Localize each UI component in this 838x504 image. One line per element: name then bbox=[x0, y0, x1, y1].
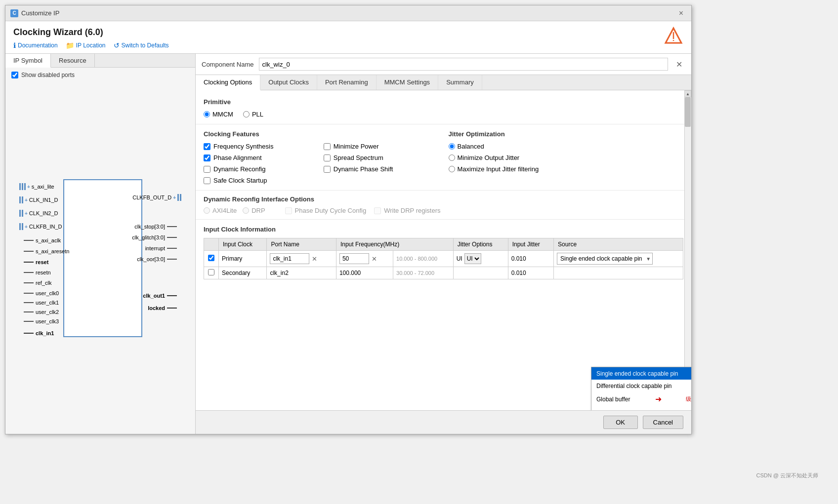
header-area: Clocking Wizard (6.0) ℹ Documentation 📁 … bbox=[5, 21, 691, 54]
tab-summary[interactable]: Summary bbox=[438, 75, 482, 90]
switch-defaults-label: Switch to Defaults bbox=[122, 42, 169, 49]
dropdown-single-ended[interactable]: Single ended clock capable pin 单端 bbox=[591, 367, 691, 380]
dynamic-phase-shift-check[interactable] bbox=[324, 166, 331, 173]
component-name-input[interactable] bbox=[259, 58, 669, 71]
spread-spectrum-check[interactable] bbox=[324, 155, 331, 161]
switch-defaults-link[interactable]: ↺ Switch to Defaults bbox=[114, 41, 169, 49]
col-input-jitter: Input Jitter bbox=[508, 238, 553, 251]
tab-output-clocks[interactable]: Output Clocks bbox=[260, 75, 317, 90]
jitter-balanced-radio[interactable] bbox=[449, 143, 455, 150]
dropdown-global-buffer[interactable]: Global buffer ➜ 级联的时候考虑 bbox=[591, 392, 691, 406]
minimize-power-check[interactable] bbox=[324, 143, 331, 150]
show-disabled-row: Show disabled ports bbox=[5, 68, 195, 82]
freq-synthesis-check[interactable] bbox=[204, 143, 210, 150]
primitive-pll[interactable]: PLL bbox=[243, 111, 263, 118]
secondary-checkbox[interactable] bbox=[208, 269, 214, 275]
feature-phase-alignment: Phase Alignment bbox=[204, 154, 319, 161]
secondary-source-cell bbox=[554, 267, 683, 279]
secondary-range: 30.000 - 72.000 bbox=[393, 267, 454, 279]
port-clk-in1-d: CLK_IN1_D bbox=[29, 197, 58, 203]
primary-port-name: ✕ bbox=[267, 251, 336, 267]
primitive-pll-radio[interactable] bbox=[243, 111, 250, 117]
primary-port-name-clear[interactable]: ✕ bbox=[311, 255, 318, 263]
primary-freq-clear[interactable]: ✕ bbox=[371, 255, 378, 263]
secondary-input-clock: Secondary bbox=[219, 267, 267, 279]
drp-option[interactable]: DRP bbox=[243, 207, 265, 214]
freq-synthesis-label: Frequency Synthesis bbox=[213, 143, 273, 150]
port-clkfb-out-d: CLKFB_OUT_D bbox=[132, 194, 171, 200]
jitter-opt-title: Jitter Optimization bbox=[449, 130, 684, 138]
drp-radio[interactable] bbox=[243, 207, 249, 214]
tab-resource[interactable]: Resource bbox=[51, 54, 95, 67]
port-clk-glitch: clk_glitch[3:0] bbox=[132, 234, 165, 240]
show-disabled-label: Show disabled ports bbox=[21, 72, 75, 78]
dropdown-no-buffer[interactable]: No buffer ➜ bbox=[591, 406, 691, 410]
primitive-mmcm[interactable]: MMCM bbox=[204, 111, 233, 118]
features-left-col: Frequency Synthesis Phase Alignment Dyna… bbox=[204, 143, 319, 184]
phase-duty-cycle-label: Phase Duty Cycle Config bbox=[295, 207, 367, 214]
phase-duty-cycle-check[interactable] bbox=[285, 207, 292, 214]
feature-dynamic-reconfig: Dynamic Reconfig bbox=[204, 165, 319, 173]
port-clk-out1: clk_out1 bbox=[143, 293, 165, 299]
secondary-checkbox-cell bbox=[204, 267, 219, 279]
primitive-mmcm-radio[interactable] bbox=[204, 111, 210, 117]
ip-location-link[interactable]: 📁 IP Location bbox=[66, 41, 106, 49]
refresh-icon: ↺ bbox=[114, 41, 120, 49]
primary-port-name-input[interactable] bbox=[270, 253, 309, 264]
documentation-link[interactable]: ℹ Documentation bbox=[13, 41, 58, 49]
ok-button[interactable]: OK bbox=[603, 416, 638, 429]
tab-port-renaming[interactable]: Port Renaming bbox=[317, 75, 377, 90]
ip-diagram: + s_axi_lite + CLK_IN1_D bbox=[5, 82, 195, 434]
right-panel: Component Name ✕ Clocking Options Output… bbox=[196, 54, 691, 434]
cancel-button[interactable]: Cancel bbox=[643, 416, 683, 429]
col-jitter-options: Jitter Options bbox=[453, 238, 508, 251]
scroll-thumb[interactable] bbox=[685, 97, 691, 127]
tab-mmcm-settings[interactable]: MMCM Settings bbox=[377, 75, 438, 90]
primary-checkbox[interactable] bbox=[208, 255, 214, 261]
port-clkfb-in-d: CLKFB_IN_D bbox=[29, 224, 62, 230]
component-name-bar: Component Name ✕ bbox=[196, 54, 691, 75]
input-clock-table: Input Clock Port Name Input Frequency(MH… bbox=[204, 238, 683, 279]
title-bar: C Customize IP × bbox=[5, 5, 691, 21]
left-panel: IP Symbol Resource Show disabled ports bbox=[5, 54, 196, 434]
dialog-title: Customize IP bbox=[21, 9, 59, 17]
dynamic-phase-shift-label: Dynamic Phase Shift bbox=[334, 165, 393, 173]
app-icon: C bbox=[10, 9, 18, 17]
arrow-icon: ➜ bbox=[655, 394, 662, 404]
port-reset: reset bbox=[36, 259, 48, 265]
jitter-min-output-radio[interactable] bbox=[449, 155, 455, 161]
primary-source-select[interactable]: Single ended clock capable pin Different… bbox=[557, 253, 653, 265]
component-name-clear[interactable]: ✕ bbox=[673, 59, 685, 70]
col-source: Source bbox=[554, 238, 683, 251]
safe-clock-check[interactable] bbox=[204, 177, 210, 184]
primary-freq-input[interactable] bbox=[339, 253, 369, 264]
tab-ip-symbol[interactable]: IP Symbol bbox=[5, 54, 51, 68]
show-disabled-checkbox[interactable] bbox=[11, 72, 18, 78]
port-user-clk1: user_clk1 bbox=[36, 300, 59, 306]
jitter-maximize-input[interactable]: Maximize Input Jitter filtering bbox=[449, 165, 684, 173]
primary-jitter-select[interactable]: UI bbox=[464, 253, 481, 264]
scroll-track-up[interactable]: ▲ bbox=[684, 90, 691, 97]
axi4lite-radio[interactable] bbox=[204, 207, 210, 214]
jitter-balanced[interactable]: Balanced bbox=[449, 143, 684, 150]
dynamic-reconfig-check[interactable] bbox=[204, 166, 210, 173]
phase-alignment-check[interactable] bbox=[204, 155, 210, 161]
primitive-mmcm-label: MMCM bbox=[212, 111, 233, 118]
dynamic-reconfig-interface-section: Dynamic Reconfig Interface Options AXI4L… bbox=[196, 191, 691, 220]
jitter-max-input-radio[interactable] bbox=[449, 166, 455, 172]
secondary-port-name: clk_in2 bbox=[267, 267, 336, 279]
customize-ip-dialog: C Customize IP × Clocking Wizard (6.0) ℹ… bbox=[5, 5, 692, 434]
close-button[interactable]: × bbox=[676, 8, 686, 19]
table-row: Primary ✕ bbox=[204, 251, 683, 267]
axi4lite-option[interactable]: AXI4Lite bbox=[204, 207, 237, 214]
jitter-minimize-output[interactable]: Minimize Output Jitter bbox=[449, 154, 684, 161]
phase-alignment-label: Phase Alignment bbox=[213, 154, 262, 161]
dynamic-reconfig-label: Dynamic Reconfig bbox=[213, 165, 266, 173]
port-locked: locked bbox=[148, 305, 165, 311]
primary-jitter-opt-value: UI bbox=[457, 255, 462, 262]
write-drp-check[interactable] bbox=[374, 207, 381, 214]
port-ref-clk: ref_clk bbox=[36, 280, 51, 286]
dropdown-differential[interactable]: Differential clock capable pin 差分 bbox=[591, 380, 691, 392]
tab-clocking-options[interactable]: Clocking Options bbox=[196, 75, 260, 90]
tabs-bar: Clocking Options Output Clocks Port Rena… bbox=[196, 75, 691, 90]
